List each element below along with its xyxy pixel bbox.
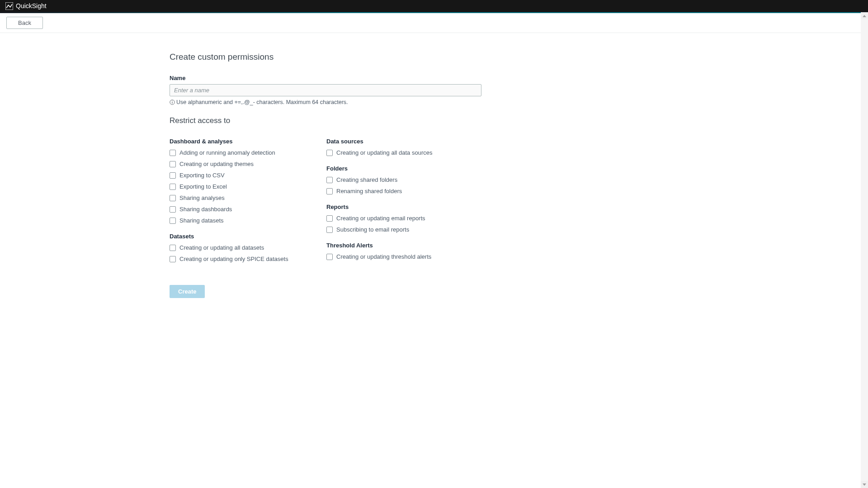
group-dashboard-analyses: Dashboard & analyses Adding or running a… [170,138,326,224]
product-name: QuickSight [16,2,47,9]
chk-sharing-datasets[interactable]: Sharing datasets [170,217,326,224]
chk-label: Creating shared folders [336,176,397,183]
chk-subscribing-reports[interactable]: Subscribing to email reports [326,226,481,233]
group-data-sources: Data sources Creating or updating all da… [326,138,481,156]
group-folders: Folders Creating shared folders Renaming… [326,165,481,194]
chk-label: Creating or updating email reports [336,215,425,222]
name-input[interactable] [170,84,481,96]
chk-label: Creating or updating all datasets [179,244,264,251]
svg-point-3 [172,101,172,101]
chk-input[interactable] [326,227,333,233]
group-title-reports: Reports [326,204,481,210]
top-bar: QuickSight [0,0,868,12]
group-title-data-sources: Data sources [326,138,481,145]
chk-label: Renaming shared folders [336,188,402,194]
chk-input[interactable] [170,161,176,167]
chk-input[interactable] [326,254,333,260]
scroll-up-button[interactable] [861,12,868,19]
chk-export-excel[interactable]: Exporting to Excel [170,183,326,190]
right-column: Data sources Creating or updating all da… [326,138,481,271]
chk-label: Creating or updating all data sources [336,149,432,156]
page-title: Create custom permissions [170,52,481,62]
chk-input[interactable] [170,195,176,201]
chk-spice-datasets[interactable]: Creating or updating only SPICE datasets [170,256,326,262]
chk-input[interactable] [170,206,176,213]
left-column: Dashboard & analyses Adding or running a… [170,138,326,271]
chk-input[interactable] [170,184,176,190]
chk-input[interactable] [326,150,333,156]
name-label: Name [170,75,481,81]
chk-label: Sharing analyses [179,194,225,201]
chk-input[interactable] [170,218,176,224]
chk-label: Exporting to Excel [179,183,227,190]
permissions-columns: Dashboard & analyses Adding or running a… [170,138,481,271]
product-logo[interactable]: QuickSight [5,2,47,10]
chk-label: Creating or updating only SPICE datasets [179,256,288,262]
chk-label: Creating or updating threshold alerts [336,253,431,260]
chk-input[interactable] [170,256,176,262]
quicksight-icon [5,2,13,10]
chk-all-data-sources[interactable]: Creating or updating all data sources [326,149,481,156]
chk-label: Adding or running anomaly detection [179,149,275,156]
info-icon [170,99,175,105]
group-title-datasets: Datasets [170,233,326,240]
chk-input[interactable] [170,150,176,156]
name-help-message: Use alphanumeric and +=,.@_- characters.… [176,99,348,105]
chk-anomaly-detection[interactable]: Adding or running anomaly detection [170,149,326,156]
chk-label: Creating or updating themes [179,161,254,167]
chevron-up-icon [863,15,866,17]
chk-input[interactable] [326,215,333,222]
create-button[interactable]: Create [170,285,205,298]
chk-input[interactable] [170,245,176,251]
chk-label: Subscribing to email reports [336,226,409,233]
name-help-text: Use alphanumeric and +=,.@_- characters.… [170,99,481,105]
group-title-dashboard: Dashboard & analyses [170,138,326,145]
group-reports: Reports Creating or updating email repor… [326,204,481,233]
chk-label: Exporting to CSV [179,172,225,179]
group-threshold-alerts: Threshold Alerts Creating or updating th… [326,242,481,260]
chk-label: Sharing dashboards [179,206,232,213]
chk-themes[interactable]: Creating or updating themes [170,161,326,167]
restrict-heading: Restrict access to [170,116,481,125]
chk-renaming-shared-folders[interactable]: Renaming shared folders [326,188,481,194]
group-datasets: Datasets Creating or updating all datase… [170,233,326,262]
chk-input[interactable] [326,177,333,183]
chk-label: Sharing datasets [179,217,224,224]
chk-export-csv[interactable]: Exporting to CSV [170,172,326,179]
chk-input[interactable] [326,188,333,194]
sub-bar: Back [0,13,868,33]
chk-sharing-dashboards[interactable]: Sharing dashboards [170,206,326,213]
chk-email-reports[interactable]: Creating or updating email reports [326,215,481,222]
chk-creating-shared-folders[interactable]: Creating shared folders [326,176,481,183]
chk-input[interactable] [170,172,176,179]
group-title-threshold-alerts: Threshold Alerts [326,242,481,249]
content-area: Create custom permissions Name Use alpha… [170,52,481,316]
scrollbar[interactable] [861,12,868,316]
chk-sharing-analyses[interactable]: Sharing analyses [170,194,326,201]
back-button[interactable]: Back [6,17,43,29]
group-title-folders: Folders [326,165,481,172]
chk-threshold-alerts[interactable]: Creating or updating threshold alerts [326,253,481,260]
chk-all-datasets[interactable]: Creating or updating all datasets [170,244,326,251]
